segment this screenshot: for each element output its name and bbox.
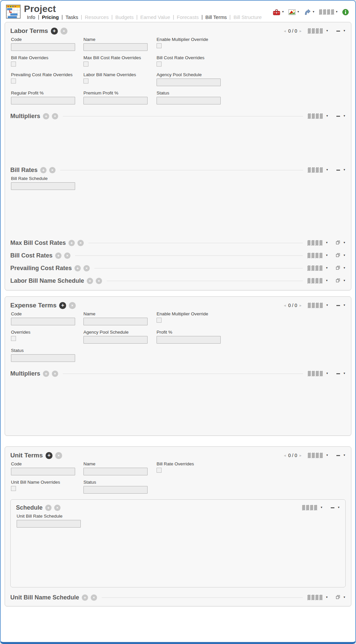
- prev-record-icon[interactable]: ◂: [284, 29, 286, 33]
- add-schedule-button[interactable]: +: [45, 505, 52, 511]
- add-max-bill-cost-rate-button[interactable]: +: [68, 240, 75, 246]
- expense-profit-input[interactable]: [157, 336, 221, 344]
- schedule-columns-icon[interactable]: [302, 505, 317, 510]
- expense-menu-caret[interactable]: ▼: [343, 304, 346, 307]
- add-bill-rate-button[interactable]: +: [40, 167, 47, 173]
- add-unit-term-button[interactable]: +: [46, 452, 53, 459]
- workflow-arrow-icon[interactable]: [304, 9, 311, 15]
- multipliers-collapse-icon[interactable]: [336, 116, 340, 117]
- expense-multipliers-menu-caret[interactable]: ▼: [343, 372, 346, 375]
- name-input[interactable]: [83, 43, 148, 51]
- unit-code-input[interactable]: [11, 468, 75, 475]
- schedule-menu-caret[interactable]: ▼: [337, 506, 340, 509]
- labor-bill-name-schedule-columns-caret[interactable]: ▼: [325, 279, 328, 282]
- toolbox-icon[interactable]: [273, 9, 280, 15]
- report-image-icon[interactable]: [289, 9, 296, 15]
- max-bill-cost-rates-expand-icon[interactable]: [336, 240, 340, 246]
- delete-max-bill-cost-rate-button[interactable]: ×: [77, 240, 84, 246]
- regular-profit-input[interactable]: [11, 97, 75, 104]
- workflow-dropdown-caret[interactable]: ▼: [312, 11, 315, 13]
- delete-bill-cost-rate-button[interactable]: ×: [64, 252, 70, 259]
- delete-unit-bill-name-button[interactable]: ×: [91, 594, 97, 601]
- max-bill-cost-rate-overrides-checkbox[interactable]: [83, 62, 88, 67]
- unit-collapse-icon[interactable]: [336, 455, 340, 456]
- prevailing-cost-rates-expand-icon[interactable]: [336, 265, 340, 271]
- delete-prevailing-cost-rate-button[interactable]: ×: [83, 265, 90, 271]
- labor-columns-icon[interactable]: [308, 28, 323, 34]
- add-prevailing-cost-rate-button[interactable]: +: [74, 265, 81, 271]
- add-unit-bill-name-button[interactable]: +: [82, 594, 88, 601]
- expense-collapse-icon[interactable]: [336, 305, 340, 306]
- delete-expense-multiplier-button[interactable]: ×: [52, 371, 58, 377]
- expense-status-input[interactable]: [11, 354, 75, 362]
- labor-bill-name-schedule-expand-icon[interactable]: [336, 278, 340, 284]
- bill-cost-rate-overrides-checkbox[interactable]: [157, 62, 162, 67]
- add-bill-cost-rate-button[interactable]: +: [55, 252, 61, 259]
- bill-rates-columns-caret[interactable]: ▼: [326, 169, 328, 171]
- status-input[interactable]: [157, 97, 221, 104]
- add-multiplier-button[interactable]: +: [43, 113, 49, 119]
- next-record-icon[interactable]: ▸: [299, 453, 301, 457]
- expense-multipliers-collapse-icon[interactable]: [336, 373, 340, 374]
- add-labor-bill-name-button[interactable]: +: [87, 278, 93, 284]
- multipliers-menu-caret[interactable]: ▼: [343, 115, 346, 117]
- unit-status-input[interactable]: [83, 486, 148, 494]
- add-labor-term-button[interactable]: +: [51, 28, 58, 35]
- add-expense-term-button[interactable]: +: [59, 302, 66, 309]
- bill-cost-rates-expand-icon[interactable]: [336, 252, 340, 258]
- prevailing-cost-rates-columns-icon[interactable]: [307, 265, 322, 271]
- prevailing-cost-rates-menu-caret[interactable]: ▼: [343, 267, 346, 269]
- schedule-columns-caret[interactable]: ▼: [320, 506, 323, 509]
- expense-name-input[interactable]: [83, 318, 148, 325]
- expense-enable-multiplier-override-checkbox[interactable]: [157, 318, 162, 323]
- delete-bill-rate-button[interactable]: ×: [49, 167, 56, 173]
- max-bill-cost-rates-menu-caret[interactable]: ▼: [343, 242, 346, 244]
- unit-bill-rate-schedule-input[interactable]: [17, 520, 81, 528]
- delete-labor-bill-name-button[interactable]: ×: [96, 278, 102, 284]
- unit-bill-name-schedule-expand-icon[interactable]: [336, 594, 340, 600]
- next-record-icon[interactable]: ▸: [299, 303, 301, 307]
- unit-bill-name-schedule-columns-caret[interactable]: ▼: [325, 596, 328, 599]
- toolbox-dropdown-caret[interactable]: ▼: [282, 11, 284, 13]
- agency-pool-schedule-input[interactable]: [157, 79, 221, 86]
- tab-bill-terms[interactable]: Bill Terms: [202, 14, 230, 20]
- unit-columns-icon[interactable]: [308, 453, 323, 458]
- labor-columns-caret[interactable]: ▼: [326, 30, 328, 32]
- bill-cost-rates-columns-caret[interactable]: ▼: [325, 254, 328, 257]
- premium-profit-input[interactable]: [83, 97, 148, 104]
- expense-code-input[interactable]: [11, 318, 75, 325]
- labor-bill-name-schedule-columns-icon[interactable]: [307, 278, 322, 283]
- delete-labor-term-button[interactable]: ×: [60, 28, 67, 35]
- labor-bill-name-schedule-menu-caret[interactable]: ▼: [343, 279, 346, 282]
- enable-multiplier-override-checkbox[interactable]: [157, 43, 162, 48]
- info-icon[interactable]: [342, 9, 349, 15]
- tab-tasks[interactable]: Tasks: [62, 14, 81, 20]
- bill-rates-columns-icon[interactable]: [308, 167, 323, 173]
- bill-cost-rates-menu-caret[interactable]: ▼: [343, 254, 346, 257]
- unit-bill-name-schedule-menu-caret[interactable]: ▼: [343, 596, 346, 599]
- expense-multipliers-columns-icon[interactable]: [308, 371, 323, 376]
- expense-multipliers-columns-caret[interactable]: ▼: [326, 372, 328, 375]
- prevailing-cost-rate-overrides-checkbox[interactable]: [11, 79, 16, 83]
- bill-cost-rates-columns-icon[interactable]: [307, 253, 322, 258]
- delete-expense-term-button[interactable]: ×: [69, 302, 76, 309]
- report-dropdown-caret[interactable]: ▼: [297, 11, 299, 13]
- prev-record-icon[interactable]: ◂: [284, 453, 286, 457]
- bill-rates-menu-caret[interactable]: ▼: [343, 169, 346, 171]
- expense-columns-caret[interactable]: ▼: [326, 304, 328, 307]
- labor-menu-caret[interactable]: ▼: [343, 30, 346, 32]
- multipliers-columns-icon[interactable]: [308, 113, 323, 119]
- unit-menu-caret[interactable]: ▼: [343, 454, 346, 457]
- schedule-collapse-icon[interactable]: [331, 507, 334, 508]
- code-input[interactable]: [11, 43, 75, 51]
- tab-info[interactable]: Info: [24, 14, 38, 20]
- expense-overrides-checkbox[interactable]: [11, 336, 16, 341]
- bill-rate-overrides-checkbox[interactable]: [11, 62, 16, 67]
- labor-collapse-icon[interactable]: [336, 31, 340, 32]
- columns-icon[interactable]: [319, 9, 334, 15]
- multipliers-columns-caret[interactable]: ▼: [326, 115, 328, 117]
- labor-bill-name-overrides-checkbox[interactable]: [83, 79, 88, 83]
- next-record-icon[interactable]: ▸: [299, 29, 301, 33]
- delete-multiplier-button[interactable]: ×: [52, 113, 58, 119]
- delete-unit-term-button[interactable]: ×: [55, 452, 62, 459]
